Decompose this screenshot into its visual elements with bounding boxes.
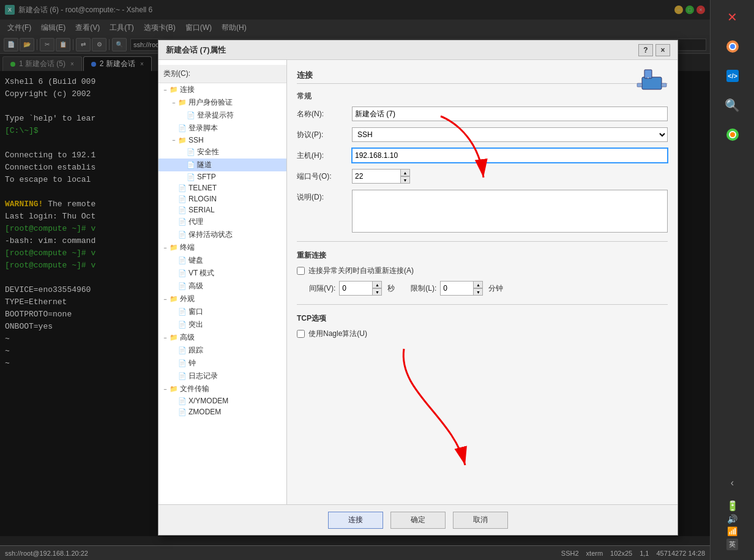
port-input[interactable]: [352, 169, 401, 184]
port-row: 端口号(O): ▲ ▼: [297, 169, 668, 184]
protocol-label: 协议(P):: [297, 130, 352, 140]
tree-item-proxy[interactable]: 📄代理: [159, 215, 286, 228]
port-down-button[interactable]: ▼: [400, 176, 410, 184]
tree-item-keepalive[interactable]: 📄保持活动状态: [159, 228, 286, 241]
expand-highlight: [170, 321, 178, 329]
expand-zmodem: [170, 408, 178, 416]
port-control: ▲ ▼: [352, 169, 410, 184]
limit-down-button[interactable]: ▼: [473, 288, 483, 296]
tcp-section: TCP选项 使用Nagle算法(U): [297, 313, 668, 339]
cancel-button[interactable]: 取消: [453, 512, 508, 529]
dialog-title: 新建会话 (7)属性: [166, 45, 638, 56]
tree-item-login-script[interactable]: 📄登录脚本: [159, 122, 286, 135]
tree-item-tunnel[interactable]: 📄隧道: [159, 159, 286, 171]
tree-item-login-prompt[interactable]: 📄登录提示符: [159, 109, 286, 122]
tree-item-vt[interactable]: 📄VT 模式: [159, 267, 286, 280]
tree-item-trace[interactable]: 📄跟踪: [159, 344, 286, 357]
limit-input[interactable]: [440, 281, 474, 296]
expand-filetransfer[interactable]: −: [161, 385, 170, 394]
tree-item-appearance[interactable]: − 📁外观: [159, 293, 286, 305]
expand-login-prompt: [178, 111, 187, 120]
divider-1: [297, 241, 668, 242]
host-label: 主机(H):: [297, 151, 352, 161]
host-row: 主机(H):: [297, 148, 668, 163]
tree-item-telnet[interactable]: 📄TELNET: [159, 182, 286, 193]
expand-ssh[interactable]: −: [170, 136, 178, 144]
expand-appearance[interactable]: −: [161, 295, 170, 304]
dialog-close-button[interactable]: ×: [655, 44, 670, 56]
lang-indicator[interactable]: 英: [726, 539, 738, 550]
interval-up-button[interactable]: ▲: [372, 281, 382, 288]
tree-item-ssh[interactable]: − 📁SSH: [159, 135, 286, 146]
expand-tunnel: [178, 161, 187, 170]
tree-item-terminal[interactable]: − 📁终端: [159, 241, 286, 254]
tree-item-rlogin[interactable]: 📄RLOGIN: [159, 193, 286, 204]
tree-item-xymodem[interactable]: 📄X/YMODEM: [159, 395, 286, 406]
port-up-button[interactable]: ▲: [400, 169, 410, 176]
network-icon: [636, 65, 668, 99]
nagle-checkbox[interactable]: [297, 330, 305, 338]
protocol-select[interactable]: SSH TELNET RLOGIN SERIAL: [352, 127, 668, 142]
interval-input[interactable]: [339, 281, 373, 296]
reconnect-section: 重新连接 连接异常关闭时自动重新连接(A) 间隔(V): ▲ ▼ 秒: [297, 250, 668, 296]
session-properties-dialog: 新建会话 (7)属性 ? × 类别(C): − 📁连接 − 📁用户身份验证 📄登…: [158, 40, 678, 536]
interval-down-button[interactable]: ▼: [372, 288, 382, 296]
name-label: 名称(N):: [297, 109, 352, 119]
divider-2: [297, 304, 668, 305]
tree-item-advanced[interactable]: 📄高级: [159, 280, 286, 293]
arrow-left-icon[interactable]: ‹: [720, 471, 745, 495]
interval-control: ▲ ▼: [339, 281, 382, 296]
tree-item-filetransfer[interactable]: − 📁文件传输: [159, 383, 286, 395]
port-spinners: ▲ ▼: [400, 169, 410, 184]
host-input[interactable]: [352, 148, 668, 163]
tree-item-advanced2[interactable]: − 📁高级: [159, 331, 286, 344]
xshell-icon[interactable]: ✕: [720, 5, 745, 29]
auto-reconnect-label: 连接异常关闭时自动重新连接(A): [308, 266, 414, 276]
general-label: 常规: [297, 91, 668, 102]
expand-auth[interactable]: −: [170, 99, 178, 107]
ok-button[interactable]: 确定: [390, 512, 446, 529]
limit-control: ▲ ▼: [440, 281, 483, 296]
expand-vt: [170, 269, 178, 278]
tree-item-keyboard[interactable]: 📄键盘: [159, 254, 286, 267]
status-xterm: xterm: [586, 550, 603, 557]
auto-reconnect-checkbox[interactable]: [297, 267, 305, 275]
expand-terminal[interactable]: −: [161, 244, 170, 252]
expand-keyboard: [170, 256, 178, 265]
status-position: 1,1: [640, 550, 649, 557]
expand-keepalive: [170, 231, 178, 239]
chrome-icon[interactable]: [720, 34, 745, 59]
tree-item-security[interactable]: 📄安全性: [159, 146, 286, 159]
tree-item-serial[interactable]: 📄SERIAL: [159, 204, 286, 215]
expand-advanced2[interactable]: −: [161, 334, 170, 342]
tree-item-highlight[interactable]: 📄突出: [159, 318, 286, 331]
limit-spinners: ▲ ▼: [473, 281, 483, 296]
tree-item-logging[interactable]: 📄日志记录: [159, 370, 286, 383]
interval-row: 间隔(V): ▲ ▼ 秒 限制(L): ▲ ▼: [309, 281, 668, 296]
expand-trace: [170, 346, 178, 355]
tree-item-sftp[interactable]: 📄SFTP: [159, 171, 286, 182]
interval-label: 间隔(V):: [309, 283, 335, 294]
chrome2-icon[interactable]: [720, 122, 745, 147]
volume-icon[interactable]: 🔊: [727, 514, 737, 524]
name-input[interactable]: [352, 106, 668, 121]
vscode-icon[interactable]: </>: [720, 64, 745, 88]
desc-textarea[interactable]: [352, 190, 668, 233]
expand-advanced: [170, 282, 178, 291]
limit-up-button[interactable]: ▲: [473, 281, 483, 288]
tree-item-connection[interactable]: − 📁连接: [159, 83, 286, 96]
tree-item-auth[interactable]: − 📁用户身份验证: [159, 96, 286, 109]
content-panel: 连接 常规 名称(N): 协议(P): SSH TELNET RLOGIN SE…: [287, 60, 677, 504]
expand-serial: [170, 206, 178, 214]
connect-button[interactable]: 连接: [328, 512, 383, 529]
tree-item-window[interactable]: 📄窗口: [159, 305, 286, 318]
tree-item-bell[interactable]: 📄钟: [159, 357, 286, 370]
dialog-help-button[interactable]: ?: [638, 44, 653, 56]
expand-sftp: [178, 173, 187, 181]
limit-unit: 分钟: [488, 283, 503, 294]
battery-icon: 🔋: [726, 500, 739, 512]
expand-connection[interactable]: −: [161, 86, 170, 94]
search-icon[interactable]: 🔍: [720, 93, 745, 118]
tree-item-zmodem[interactable]: 📄ZMODEM: [159, 406, 286, 417]
expand-telnet: [170, 184, 178, 192]
